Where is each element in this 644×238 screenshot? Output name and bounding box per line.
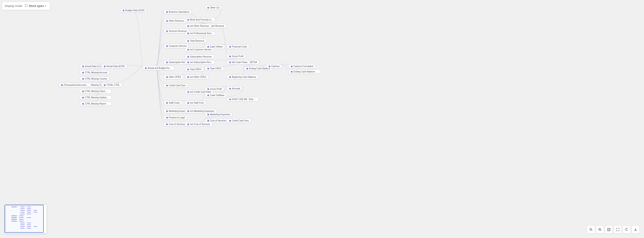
flow-node-cash-outflows[interactable]: Cash Outflows: [205, 93, 227, 97]
flow-node-beginning-cash-bal[interactable]: Beginning Cash Balance: [227, 75, 259, 79]
node-icon-incl-other-revenue: [187, 25, 189, 27]
flow-node-credit-card-fees[interactable]: Credit Card Fees: [164, 83, 188, 88]
flow-node-incl-staff-cost[interactable]: incl Staff Cost: [185, 101, 206, 105]
node-icon-finance-legal: [166, 117, 168, 119]
node-icon-ctrl-missing-country: [82, 78, 84, 80]
fit-view-button[interactable]: [605, 225, 613, 233]
svg-point-0: [25, 4, 26, 5]
node-label-business-ops: Business Operations: [169, 11, 189, 13]
node-icon-incl-cost-services: [187, 123, 189, 125]
flow-node-staff-costs[interactable]: Staff Costs: [164, 101, 182, 105]
chevron-down-icon: ▾: [45, 5, 46, 7]
node-icon-other-revenue: [166, 20, 168, 22]
flow-node-actual-data-lc[interactable]: Actual Data (LC): [80, 64, 104, 68]
flow-node-gross-profit[interactable]: Gross Profit: [227, 54, 246, 58]
flow-node-budget-eur[interactable]: Budget Data (EUR): [120, 8, 147, 13]
node-icon-cashout-1: [268, 66, 270, 67]
flow-node-ctrl-missing-country[interactable]: CTRL Missing Country: [80, 77, 110, 81]
flow-node-other-cst[interactable]: Other Cst: [205, 6, 222, 10]
node-label-accruals: Accruals: [232, 87, 240, 90]
flow-node-ctrl-missing-subteams[interactable]: CTRL Missing Subteams: [80, 95, 112, 100]
node-label-staff-costs: Staff Costs: [169, 102, 180, 104]
flow-node-transactions-account[interactable]: [Transactions] Account...: [58, 83, 90, 87]
node-label-credit-card-fees: Credit Card Fees: [169, 84, 186, 87]
flow-node-credit-card-fees-2[interactable]: Credit Card Fees: [227, 119, 251, 123]
flow-node-finance-legal[interactable]: Finance & Legal: [164, 115, 187, 120]
flow-node-actual-budget-data[interactable]: Actual and Budget Data...: [142, 66, 174, 70]
node-label-subscription-revenue: Subscription Revenue: [190, 56, 212, 58]
flow-node-incl-subscription[interactable]: incl Subscription Rev...: [185, 60, 215, 64]
flow-node-subscription-revenue[interactable]: Subscription Revenue: [185, 55, 214, 59]
flow-node-dont-use-total-opex[interactable]: DONT USE ME: Total OPEX...: [227, 97, 259, 101]
node-icon-total-opex-2: [207, 68, 209, 70]
node-icon-cost-of-services-2: [166, 123, 168, 125]
flow-node-ctrl-missing-report[interactable]: CTRL Missing Report In...: [80, 102, 112, 106]
flow-node-marketing-exp-2[interactable]: Marketing Expenses: [205, 112, 233, 117]
flow-node-customer-service[interactable]: Customer Service: [164, 44, 189, 48]
flow-node-total-ctrl[interactable]: TOTAL CTRL: [101, 83, 122, 87]
flow-node-incl-customer-serv[interactable]: incl Customer Service: [185, 48, 214, 52]
node-label-total-opex-1: Total OPEX: [190, 68, 202, 71]
node-label-incl-other-revenue: incl Other Revenue: [190, 25, 209, 27]
node-icon-incl-customer-serv: [187, 49, 189, 51]
node-icon-actual-budget-data: [145, 67, 147, 69]
node-icon-cost-of-services: [207, 120, 209, 122]
node-label-incl-staff-cost: incl Staff Cost: [190, 102, 204, 104]
node-label-gross-profit-2: Gross Profit: [210, 88, 222, 90]
node-icon-ctrl-missing-report: [82, 103, 84, 105]
node-label-total-opex-2: Total OPEX: [210, 67, 222, 70]
zoom-out-button[interactable]: [587, 225, 595, 233]
node-label-cashout-cumulated: Cashout Cumulated: [294, 65, 313, 68]
node-label-actual-data-lc: Actual Data (LC): [85, 65, 101, 68]
node-icon-customer-service: [166, 45, 168, 47]
refresh-button[interactable]: [622, 225, 631, 233]
flow-node-total-opex-2[interactable]: Total OPEX: [205, 66, 224, 71]
flow-node-cost-of-services-2[interactable]: Cost of Services: [164, 122, 188, 126]
zoom-in-button[interactable]: [596, 225, 604, 233]
node-label-finance-legal: Finance & Legal: [169, 116, 185, 119]
node-label-cost-of-services: Cost of Services: [210, 119, 226, 122]
flow-node-ctrl-missing-client[interactable]: CTRL Missing Client Co...: [80, 89, 112, 93]
flow-node-other-opex[interactable]: Other OPEX: [164, 75, 184, 79]
node-label-actual-data-eur: Actual Data (EUR): [106, 65, 125, 68]
node-icon-cash-outflows: [207, 95, 209, 96]
flow-node-ctrl-missing-account[interactable]: CTRL Missing Account: [80, 70, 110, 75]
download-button[interactable]: [632, 225, 640, 233]
flow-node-incl-prof-serv[interactable]: incl Professional Serv...: [185, 31, 216, 36]
flow-node-financial-costs[interactable]: Financial Costs: [227, 45, 250, 49]
fullscreen-button[interactable]: [614, 225, 622, 233]
svg-rect-12: [608, 229, 610, 230]
flow-node-total-opex-1[interactable]: Total OPEX: [185, 67, 204, 72]
svg-line-6: [592, 230, 592, 231]
svg-line-10: [600, 230, 601, 231]
flow-node-block-formula[interactable]: Block And Formula In...: [185, 18, 215, 22]
flow-node-business-ops[interactable]: Business Operations: [164, 10, 192, 14]
flow-node-cashout-1[interactable]: Cashout: [266, 64, 282, 68]
node-icon-incl-staff-cost: [187, 102, 189, 104]
flow-node-incl-other-revenue[interactable]: incl Other Revenue: [185, 24, 212, 28]
svg-rect-11: [608, 228, 610, 231]
node-icon-accruals: [229, 88, 231, 90]
flow-node-ending-cash-bal-2[interactable]: Ending Cash Balance S...: [288, 70, 320, 74]
block-types-button[interactable]: Block types ▾: [24, 3, 47, 9]
node-icon-net-cash-flows: [229, 62, 231, 63]
node-label-total-ctrl: TOTAL CTRL: [106, 84, 120, 86]
flow-node-total-revenue-2[interactable]: Total Revenue: [185, 39, 207, 43]
flow-node-net-cash-flows[interactable]: Net Cash Flows: [227, 60, 250, 64]
node-icon-actual-data-lc: [82, 66, 84, 67]
flow-node-actual-data-eur[interactable]: Actual Data (EUR): [101, 64, 127, 68]
node-label-ctrl-missing-report: CTRL Missing Report In...: [85, 103, 109, 105]
node-label-block-formula: Block And Formula In...: [190, 19, 213, 21]
flow-node-incl-other-opex[interactable]: incl Other OPEX: [185, 75, 209, 79]
flow-node-other-revenue[interactable]: Other Revenue: [164, 19, 186, 23]
node-label-cash-outflows: Cash Outflows: [210, 94, 224, 97]
flow-node-gross-profit-2[interactable]: Gross Profit: [205, 87, 224, 91]
node-icon-incl-subscription: [187, 62, 189, 63]
flow-canvas[interactable]: .edge { fill: none; stroke: #c0c0d8; str…: [0, 0, 644, 238]
flow-node-accruals[interactable]: Accruals: [227, 86, 243, 91]
node-label-cost-of-services-2: Cost of Services: [169, 123, 185, 125]
node-icon-subscription-revenue: [187, 56, 189, 58]
flow-node-cashout-cumulated[interactable]: Cashout Cumulated: [288, 64, 316, 68]
flow-node-incl-cost-services[interactable]: incl Cost of Services: [185, 122, 213, 126]
block-types-icon: [24, 4, 28, 8]
